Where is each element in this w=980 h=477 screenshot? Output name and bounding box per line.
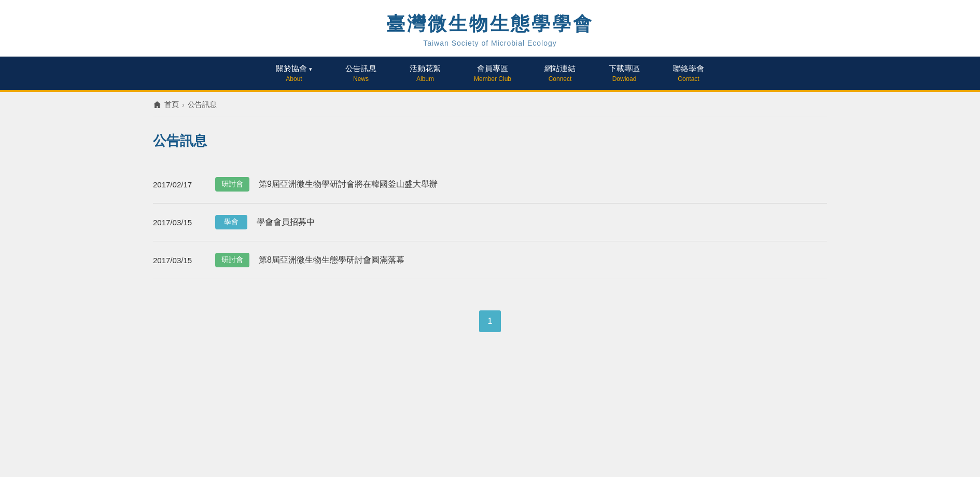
nav-item-dowload[interactable]: 下載專區Dowload	[592, 57, 656, 90]
nav-label-en: News	[353, 75, 369, 83]
nav-label-en: Connect	[549, 75, 572, 83]
main-nav: 關於協會 ▾About公告訊息News活動花絮Album會員專區Member C…	[0, 57, 980, 92]
home-icon[interactable]	[153, 101, 161, 109]
news-item: 2017/03/15學會學會會員招募中	[153, 203, 827, 241]
breadcrumb-bar: 首頁 › 公告訊息	[153, 92, 827, 116]
news-date: 2017/03/15	[153, 256, 215, 265]
main-content: 公告訊息 2017/02/17研討會第9屆亞洲微生物學研討會將在韓國釜山盛大舉辦…	[153, 116, 827, 363]
nav-label-zh: 會員專區	[477, 64, 508, 74]
nav-label-en: Contact	[678, 75, 699, 83]
nav-item-connect[interactable]: 網站連結Connect	[528, 57, 592, 90]
site-title-en: Taiwan Society of Microbial Ecology	[0, 39, 980, 47]
nav-label-zh: 公告訊息	[345, 64, 376, 74]
news-title[interactable]: 第9屆亞洲微生物學研討會將在韓國釜山盛大舉辦	[259, 179, 438, 190]
breadcrumb-separator: ›	[182, 101, 185, 109]
page-title: 公告訊息	[153, 132, 827, 150]
pagination: 1	[153, 310, 827, 332]
nav-label-zh: 聯絡學會	[673, 64, 704, 74]
site-title-zh: 臺灣微生物生態學學會	[0, 11, 980, 37]
news-title[interactable]: 第8屆亞洲微生物生態學研討會圓滿落幕	[259, 255, 404, 266]
news-title[interactable]: 學會會員招募中	[257, 217, 315, 228]
nav-label-en: Member Club	[474, 75, 511, 83]
nav-label-zh: 網站連結	[544, 64, 576, 74]
nav-item-news[interactable]: 公告訊息News	[329, 57, 393, 90]
nav-label-en: Dowload	[612, 75, 637, 83]
breadcrumb: 首頁 › 公告訊息	[153, 100, 827, 116]
nav-label-zh: 關於協會 ▾	[276, 64, 312, 74]
nav-label-zh: 活動花絮	[410, 64, 441, 74]
news-item: 2017/03/15研討會第8屆亞洲微生物生態學研討會圓滿落幕	[153, 241, 827, 279]
news-item: 2017/02/17研討會第9屆亞洲微生物學研討會將在韓國釜山盛大舉辦	[153, 166, 827, 203]
news-date: 2017/02/17	[153, 180, 215, 189]
news-badge[interactable]: 學會	[215, 215, 247, 229]
page-1-button[interactable]: 1	[479, 310, 501, 332]
nav-item-member-club[interactable]: 會員專區Member Club	[457, 57, 528, 90]
nav-item-about[interactable]: 關於協會 ▾About	[259, 57, 329, 90]
nav-inner: 關於協會 ▾About公告訊息News活動花絮Album會員專區Member C…	[0, 57, 980, 90]
nav-item-album[interactable]: 活動花絮Album	[393, 57, 457, 90]
breadcrumb-current: 公告訊息	[188, 100, 217, 110]
dropdown-arrow-icon: ▾	[309, 66, 312, 73]
nav-item-contact[interactable]: 聯絡學會Contact	[656, 57, 721, 90]
nav-label-zh: 下載專區	[609, 64, 640, 74]
breadcrumb-home[interactable]: 首頁	[164, 100, 179, 110]
news-list: 2017/02/17研討會第9屆亞洲微生物學研討會將在韓國釜山盛大舉辦2017/…	[153, 166, 827, 279]
nav-label-en: About	[286, 75, 302, 83]
nav-label-en: Album	[416, 75, 434, 83]
site-header: 臺灣微生物生態學學會 Taiwan Society of Microbial E…	[0, 0, 980, 57]
news-badge[interactable]: 研討會	[215, 177, 249, 192]
news-date: 2017/03/15	[153, 218, 215, 227]
news-badge[interactable]: 研討會	[215, 253, 249, 267]
